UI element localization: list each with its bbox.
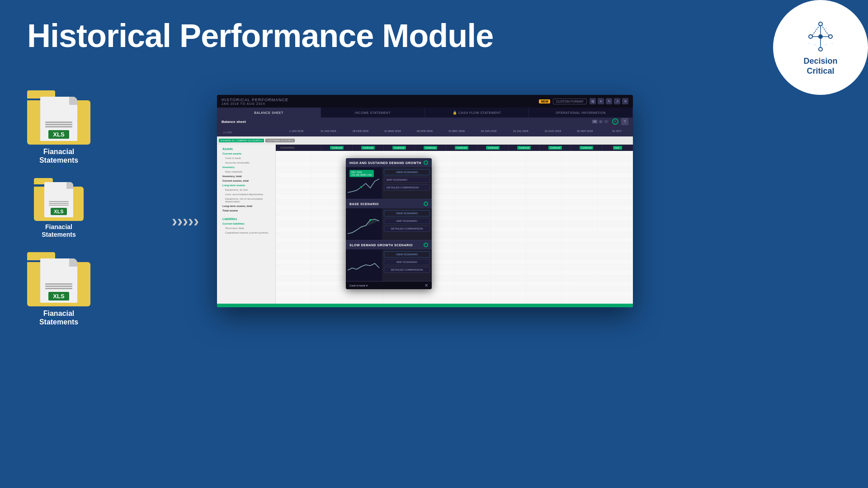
data-row-10: [276, 205, 633, 211]
long-term-assets-header[interactable]: Long-term assets: [220, 183, 273, 188]
total-assets[interactable]: Total assets: [220, 208, 273, 213]
view-btn-q[interactable]: Q: [598, 120, 603, 123]
tab-income-statement[interactable]: INCOME STATEMENT: [321, 108, 425, 117]
scenario-base-actions: VIEW SCENARIO MAP SCENARIO DETAILED COMP…: [382, 208, 432, 240]
scenario-high-title: HIGH AND SUSTAINED DEMAND GROWTH: [349, 161, 421, 164]
capitalized-interest[interactable]: Capitalized interest (current portion): [220, 230, 273, 235]
scenario-slow-title: SLOW DEMAND GROWTH SCENARIO: [349, 244, 413, 247]
confirmed-cell-0: Confirmed: [321, 145, 352, 151]
svg-point-12: [825, 28, 827, 29]
tab-operational[interactable]: OPERATIONAL INFORMATION: [529, 108, 633, 117]
map-scenario-base-btn[interactable]: MAP SCENARIO: [384, 218, 430, 224]
data-row-13: [276, 221, 633, 227]
date-col-4: 30 APR 2018: [409, 130, 441, 132]
export-icon[interactable]: ↗: [614, 98, 620, 104]
data-row-5: [276, 178, 633, 183]
long-term-total[interactable]: Long-term assets, total: [220, 204, 273, 208]
detailed-comparison-slow-btn[interactable]: DETAILED COMPARISON: [384, 267, 430, 273]
close-icon[interactable]: ✕: [622, 98, 628, 104]
map-scenario-slow-btn[interactable]: MAP SCENARIO: [384, 259, 430, 265]
svg-point-11: [814, 28, 816, 29]
confirmed-cell-9: Conf...: [602, 145, 633, 151]
confirmed-cell-3: Confirmed: [415, 145, 446, 151]
data-row-22: [276, 270, 633, 276]
scenario-base: BASE SCENARIO VIEW SCENARIO: [346, 199, 432, 240]
table-icon[interactable]: ≡: [598, 98, 604, 104]
scenario-footer-text[interactable]: Cash in bank ▾: [349, 284, 368, 287]
scenario-high-header: HIGH AND SUSTAINED DEMAND GROWTH: [346, 158, 432, 167]
liabilities-section: Liabilities Current liabilities Short-te…: [217, 215, 275, 237]
detailed-comparison-high-btn[interactable]: DETAILED COMPARISON: [384, 184, 430, 191]
current-assets-total[interactable]: Current assets, total: [220, 178, 273, 183]
info-button[interactable]: ?: [621, 118, 628, 125]
view-btn-m[interactable]: M: [592, 120, 597, 123]
short-term-debt[interactable]: Short-term debt: [220, 226, 273, 230]
header-icons: ⊞ ≡ ✎ ↗ ✕: [590, 98, 628, 104]
liabilities-header: Liabilities: [220, 216, 273, 221]
main-content-area: Assets Current assets Cash in bank Accou…: [217, 145, 633, 307]
scenario-base-body: VIEW SCENARIO MAP SCENARIO DETAILED COMP…: [346, 208, 432, 240]
raw-materials[interactable]: Raw materials: [220, 169, 273, 174]
data-row-24: [276, 281, 633, 286]
file-1: XLS Fianacial Statements: [27, 90, 90, 164]
svg-point-3: [819, 47, 822, 51]
svg-point-15: [808, 42, 810, 44]
equipment-net[interactable]: Equipment, net of accumulated depreciati…: [220, 197, 273, 204]
cash-in-bank[interactable]: Cash in bank: [220, 156, 273, 160]
detailed-comparison-base-btn[interactable]: DETAILED COMPARISON: [384, 225, 430, 232]
scenario-slow-actions: VIEW SCENARIO MAP SCENARIO DETAILED COMP…: [382, 249, 432, 281]
scenario-popup: HIGH AND SUSTAINED DEMAND GROWTH DEC 201…: [346, 158, 432, 289]
dashboard-header: HISTORICAL PERFORMANCE JAN 2018 to AUG 2…: [217, 95, 633, 108]
scenario-slow-header: SLOW DEMAND GROWTH SCENARIO: [346, 240, 432, 249]
data-row-26: [276, 292, 633, 297]
date-col-10: 31 OCT: [601, 130, 633, 132]
svg-point-14: [825, 44, 827, 46]
confirmed-cell-4: Confirmed: [446, 145, 477, 151]
all-accounts-btn[interactable]: SHOWING ALL COMPANY ACCOUNTS ▾: [219, 139, 264, 142]
dashboard: HISTORICAL PERFORMANCE JAN 2018 to AUG 2…: [217, 95, 633, 307]
data-row-17: [276, 243, 633, 249]
files-section: XLS Fianacial Statements XLS Fianacial: [27, 90, 90, 326]
scenario-high-dot: [424, 160, 428, 165]
data-rows: - - - - - - - - - -: [276, 151, 633, 307]
view-btn-y[interactable]: Y: [604, 120, 609, 123]
confirmed-cell-8: Confirmed: [571, 145, 602, 151]
dashboard-sidebar: Assets Current assets Cash in bank Accou…: [217, 145, 276, 307]
scenario-tooltip: DEC 2018243,180,380B2 USD: [349, 170, 374, 177]
custom-format-button[interactable]: CUSTOM FORMAT: [553, 99, 587, 104]
customise-btn[interactable]: CUSTOMISE ACCOUNTS: [265, 139, 295, 142]
confirmed-cell-2: Confirmed: [383, 145, 415, 151]
equipment-cost[interactable]: Equipment, at cost: [220, 188, 273, 192]
data-row-4: [276, 173, 633, 178]
view-scenario-base-btn[interactable]: VIEW SCENARIO: [384, 210, 430, 216]
data-row-14: [276, 227, 633, 232]
tab-cash-flow[interactable]: 🔒 CASH FLOW STATEMENT: [425, 108, 529, 117]
dashboard-tabs: BALANCE SHEET INCOME STATEMENT 🔒 CASH FL…: [217, 108, 633, 117]
tab-balance-sheet[interactable]: BALANCE SHEET: [217, 108, 321, 117]
inventory-total[interactable]: Inventory, total: [220, 174, 273, 178]
svg-point-17: [360, 186, 362, 188]
data-row-18: [276, 249, 633, 254]
data-row-25: [276, 286, 633, 292]
view-scenario-slow-btn[interactable]: VIEW SCENARIO: [384, 251, 430, 258]
view-scenario-high-btn[interactable]: VIEW SCENARIO: [384, 169, 430, 175]
edit-icon[interactable]: ✎: [606, 98, 612, 104]
svg-line-10: [821, 25, 829, 35]
scenario-base-chart: [346, 208, 382, 240]
add-button[interactable]: +: [612, 118, 618, 125]
current-assets-header[interactable]: Current assets: [220, 151, 273, 156]
row-cells-0: - - - - - - - - - -: [276, 151, 633, 156]
scenario-close-btn[interactable]: ✕: [425, 283, 428, 288]
date-col-0: 1 JAN 2018: [280, 130, 312, 132]
less-depreciation[interactable]: Less: accumulated depreciation: [220, 192, 273, 197]
scenario-high-sustained: HIGH AND SUSTAINED DEMAND GROWTH DEC 201…: [346, 158, 432, 199]
accounts-receivable[interactable]: Accounts receivable: [220, 160, 273, 165]
add-btn-container: +: [612, 118, 618, 125]
inventory-header[interactable]: Inventory: [220, 165, 273, 169]
scenario-slow-chart-svg: [348, 252, 379, 279]
confirmed-cell-1: Confirmed: [352, 145, 383, 151]
current-liabilities-header[interactable]: Current liabilities: [220, 221, 273, 226]
map-scenario-high-btn[interactable]: MAP SCENARIO: [384, 177, 430, 183]
grid-icon[interactable]: ⊞: [590, 98, 596, 104]
svg-point-0: [819, 22, 822, 26]
